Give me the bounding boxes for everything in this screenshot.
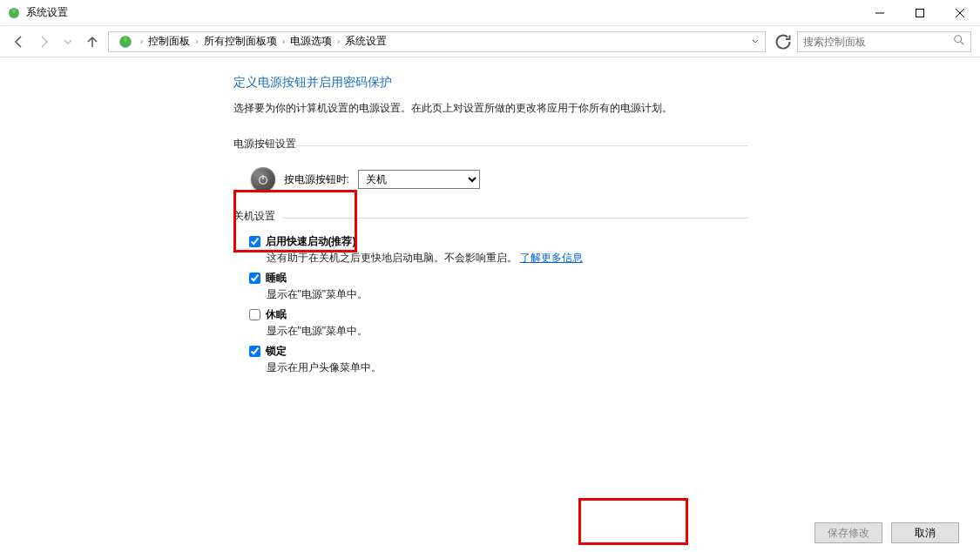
save-button[interactable]: 保存修改 [814,522,882,543]
recent-dropdown[interactable] [57,31,78,52]
refresh-button[interactable] [773,31,794,52]
crumb-all-items[interactable]: 所有控制面板项 [202,32,279,50]
page-subtext: 选择要为你的计算机设置的电源设置。在此页上对设置所做的更改将应用于你所有的电源计… [233,101,747,116]
chevron-right-icon: › [337,37,340,46]
opt-desc: 显示在"电源"菜单中。 [267,287,747,302]
footer: 保存修改 取消 [0,514,980,552]
search-input[interactable] [803,36,943,48]
back-button[interactable] [9,31,30,52]
minimize-button[interactable] [860,0,900,26]
chevron-right-icon: › [195,37,198,46]
svg-point-6 [955,36,962,43]
checkbox-fast-startup[interactable] [249,236,260,247]
power-icon [251,167,275,192]
checkbox-lock[interactable] [249,346,260,357]
forward-button[interactable] [33,31,54,52]
section-shutdown-title: 关机设置 [233,209,747,226]
shutdown-options: 启用快速启动(推荐) 这有助于在关机之后更快地启动电脑。不会影响重启。 了解更多… [233,234,747,375]
learn-more-link[interactable]: 了解更多信息 [520,252,583,264]
search-icon[interactable] [953,34,965,49]
opt-desc: 显示在用户头像菜单中。 [267,360,747,375]
close-button[interactable] [940,0,980,26]
titlebar-left: 系统设置 [7,5,68,20]
chevron-right-icon: › [282,37,285,46]
window-title: 系统设置 [26,5,68,20]
power-button-row: 按电源按钮时: 关机 [233,162,747,209]
opt-desc: 显示在"电源"菜单中。 [267,324,747,339]
svg-rect-2 [916,9,924,17]
opt-hibernate: 休眠 显示在"电源"菜单中。 [249,307,747,339]
opt-desc: 这有助于在关机之后更快地启动电脑。不会影响重启。 了解更多信息 [267,251,747,266]
breadcrumb[interactable]: › 控制面板 › 所有控制面板项 › 电源选项 › 系统设置 [108,31,766,52]
opt-label: 睡眠 [266,271,287,286]
window-controls [860,0,980,26]
content-area: 定义电源按钮并启用密码保护 选择要为你的计算机设置的电源设置。在此页上对设置所做… [0,57,980,380]
opt-lock: 锁定 显示在用户头像菜单中。 [249,344,747,375]
opt-label: 锁定 [266,344,287,359]
breadcrumb-dropdown-icon[interactable] [751,36,760,48]
breadcrumb-app-icon [118,34,133,50]
opt-fast-startup: 启用快速启动(推荐) 这有助于在关机之后更快地启动电脑。不会影响重启。 了解更多… [249,234,747,266]
opt-label: 休眠 [266,307,287,322]
section-power-button-title: 电源按钮设置 [233,137,747,153]
opt-sleep: 睡眠 显示在"电源"菜单中。 [249,271,747,302]
maximize-button[interactable] [900,0,940,26]
crumb-system-settings[interactable]: 系统设置 [343,32,389,50]
page-heading: 定义电源按钮并启用密码保护 [233,75,747,91]
checkbox-sleep[interactable] [249,273,260,284]
opt-label: 启用快速启动(推荐) [266,234,356,249]
navbar: › 控制面板 › 所有控制面板项 › 电源选项 › 系统设置 [0,26,980,57]
power-button-label: 按电源按钮时: [284,172,349,187]
power-button-select[interactable]: 关机 [358,170,480,189]
crumb-power-options[interactable]: 电源选项 [288,32,334,50]
crumb-control-panel[interactable]: 控制面板 [146,32,192,50]
cancel-button[interactable]: 取消 [891,522,959,543]
up-button[interactable] [82,31,103,52]
app-icon [7,6,21,20]
svg-line-7 [961,42,964,45]
search-box[interactable] [797,31,971,52]
titlebar: 系统设置 [0,0,980,26]
checkbox-hibernate[interactable] [249,309,260,320]
chevron-right-icon: › [140,37,143,46]
